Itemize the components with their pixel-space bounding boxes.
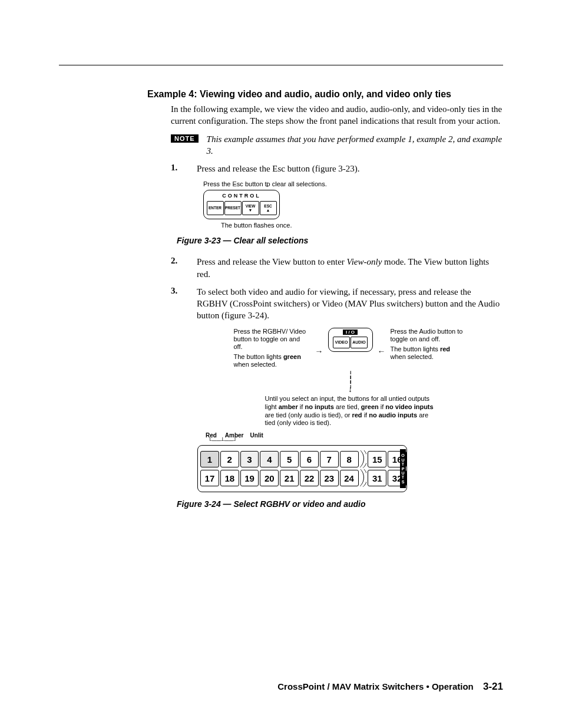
step-text: Press and release the View button to ent… <box>197 256 503 280</box>
step-2: 2. Press and release the View button to … <box>171 256 503 280</box>
io-label: I / O <box>343 330 358 335</box>
triangle-up-icon: ▲ <box>266 208 270 212</box>
note-block: NOTE This example assumes that you have … <box>171 133 503 157</box>
fig24-right-text-1: Press the Audio button to toggle on and … <box>391 328 467 343</box>
output-btn: 2 <box>220 451 239 467</box>
fig23-bottom-caption: The button flashes once. <box>221 222 503 229</box>
step-1: 1. Press and release the Esc button (fig… <box>171 163 503 174</box>
step-number: 3. <box>171 286 197 322</box>
audio-button: AUDIO <box>351 337 368 348</box>
footer-text: CrossPoint / MAV Matrix Switchers • Oper… <box>277 681 474 691</box>
output-btn: 24 <box>340 470 359 486</box>
control-panel: CONTROL ENTER PRESET VIEW▼ ESC▲ <box>203 190 280 219</box>
step-text: To select both video and audio for viewi… <box>197 286 503 322</box>
fig24-left-text-1: Press the RGBHV/ Video button to toggle … <box>234 328 310 351</box>
fig24-left-text-2: The button lights green when selected. <box>234 353 310 368</box>
example-heading: Example 4: Viewing video and audio, audi… <box>147 89 503 100</box>
outputs-panel: 1 2 3 4 5 6 7 8 15 16 17 18 19 20 <box>197 445 407 492</box>
output-btn: 18 <box>220 470 239 486</box>
output-btn: 8 <box>340 451 359 467</box>
output-row-1: 1 2 3 4 5 6 7 8 15 16 <box>200 450 406 468</box>
break-mark-icon <box>360 450 367 468</box>
arrow-left-icon: ← <box>378 347 386 356</box>
fig23-top-caption: Press the Esc button to clear all select… <box>203 180 503 187</box>
note-badge: NOTE <box>171 134 199 143</box>
fig24-mid-text: Until you select an input, the buttons f… <box>265 395 436 427</box>
figure-3-23: Press the Esc button to clear all select… <box>203 180 503 229</box>
output-btn: 17 <box>200 470 219 486</box>
output-btn: 15 <box>368 451 386 467</box>
io-panel: I / O VIDEO AUDIO <box>328 328 373 352</box>
break-mark-icon <box>360 469 367 487</box>
page-number: 3-21 <box>483 681 503 692</box>
output-btn: 7 <box>320 451 339 467</box>
output-btn: 21 <box>280 470 299 486</box>
triangle-down-icon: ▼ <box>249 208 253 212</box>
control-label: CONTROL <box>204 193 279 199</box>
header-rule <box>59 65 503 65</box>
preset-button: PRESET <box>224 201 242 215</box>
dashed-arrow-down-icon: ╎╎╎↓ <box>197 373 503 391</box>
output-row-2: 17 18 19 20 21 22 23 24 31 32 <box>200 469 406 487</box>
figure-3-24: Press the RGBHV/ Video button to toggle … <box>197 328 503 493</box>
step-number: 2. <box>171 256 197 280</box>
output-btn: 5 <box>280 451 299 467</box>
output-btn: 23 <box>320 470 339 486</box>
fig23-caption: Figure 3-23 — Clear all selections <box>177 236 503 245</box>
step-3: 3. To select both video and audio for vi… <box>171 286 503 322</box>
page-footer: CrossPoint / MAV Matrix Switchers • Oper… <box>277 681 503 693</box>
step-text: Press and release the Esc button (figure… <box>197 163 503 174</box>
fig24-right-text-2: The button lights red when selected. <box>391 345 467 361</box>
esc-button: ESC▲ <box>260 201 277 215</box>
output-btn: 1 <box>200 451 219 467</box>
step-number: 1. <box>171 163 197 174</box>
output-btn: 31 <box>368 470 386 486</box>
arrow-right-icon: → <box>315 347 323 356</box>
output-btn: 20 <box>260 470 279 486</box>
video-button: VIDEO <box>333 337 350 348</box>
outputs-side-label: OUTPUTS <box>400 449 406 488</box>
note-text: This example assumes that you have perfo… <box>207 133 503 157</box>
output-btn: 6 <box>300 451 319 467</box>
output-btn: 3 <box>240 451 259 467</box>
view-button: VIEW▼ <box>242 201 259 215</box>
output-btn: 19 <box>240 470 259 486</box>
arrow-down-icon: ↓ <box>265 182 269 186</box>
enter-button: ENTER <box>207 201 224 215</box>
intro-paragraph: In the following example, we view the vi… <box>171 103 503 127</box>
output-btn: 22 <box>300 470 319 486</box>
fig24-caption: Figure 3-24 — Select RGBHV or video and … <box>177 499 503 509</box>
output-btn: 4 <box>260 451 279 467</box>
